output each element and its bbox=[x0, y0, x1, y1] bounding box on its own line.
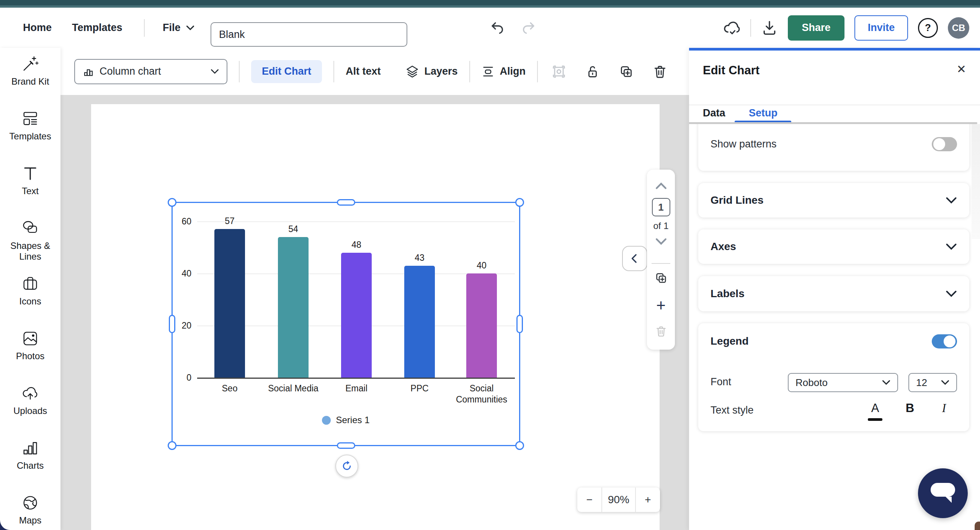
selection-frame bbox=[172, 202, 520, 446]
shapes-icon bbox=[21, 219, 39, 237]
cloud-saved-icon[interactable] bbox=[723, 19, 740, 37]
templates-icon bbox=[21, 110, 39, 128]
resize-handle-e[interactable] bbox=[516, 315, 523, 333]
zoom-in-button[interactable]: + bbox=[636, 487, 660, 512]
font-family-value: Roboto bbox=[795, 377, 828, 389]
legend-card: Legend Font Roboto 12 Text style A B bbox=[698, 323, 969, 431]
toolbar-divider bbox=[537, 61, 538, 82]
undo-button[interactable] bbox=[490, 20, 506, 36]
italic-style-button[interactable]: I bbox=[936, 401, 952, 415]
page-down-button[interactable] bbox=[647, 238, 675, 245]
font-size-select[interactable]: 12 bbox=[908, 373, 957, 392]
delete-page-button bbox=[647, 325, 675, 337]
chevron-left-icon bbox=[630, 254, 640, 263]
file-menu[interactable]: File bbox=[163, 8, 194, 48]
duplicate-page-icon bbox=[655, 272, 668, 285]
layers-button[interactable]: Layers bbox=[405, 65, 458, 79]
add-page-button[interactable]: + bbox=[647, 298, 675, 314]
panel-divider bbox=[689, 105, 980, 105]
sidebar-item-label: Templates bbox=[8, 131, 53, 142]
download-button[interactable] bbox=[761, 20, 778, 36]
canvas[interactable]: Series 1 020406057Seo54Social Media48Ema… bbox=[60, 95, 689, 530]
chevron-up-icon bbox=[655, 182, 667, 190]
axes-card[interactable]: Axes bbox=[698, 229, 969, 264]
trash-icon bbox=[655, 325, 667, 337]
lock-button[interactable] bbox=[585, 64, 600, 79]
avatar[interactable]: CB bbox=[948, 17, 969, 39]
underline-style-bar bbox=[868, 418, 882, 421]
document-title-input[interactable] bbox=[211, 22, 407, 47]
align-icon bbox=[482, 65, 495, 78]
tab-data[interactable]: Data bbox=[703, 107, 725, 119]
redo-button[interactable] bbox=[520, 20, 536, 36]
sidebar-item-label: Uploads bbox=[8, 406, 53, 416]
sidebar-item-charts[interactable]: Charts bbox=[0, 439, 60, 471]
chevron-down-icon bbox=[186, 25, 194, 31]
resize-handle-n[interactable] bbox=[337, 199, 355, 206]
show-patterns-card: Show patterns bbox=[698, 124, 969, 171]
duplicate-button[interactable] bbox=[619, 64, 634, 79]
bold-style-button[interactable]: B bbox=[902, 401, 918, 415]
sidebar-item-maps[interactable]: Maps bbox=[0, 494, 60, 526]
zoom-out-button[interactable]: − bbox=[577, 487, 601, 512]
help-button[interactable]: ? bbox=[918, 18, 938, 38]
sidebar-item-text[interactable]: Text bbox=[0, 164, 60, 196]
briefcase-icon bbox=[21, 275, 39, 293]
sidebar-item-uploads[interactable]: Uploads bbox=[0, 384, 60, 416]
grid-lines-card[interactable]: Grid Lines bbox=[698, 183, 969, 218]
sidebar-item-photos[interactable]: Photos bbox=[0, 329, 60, 362]
page-count: of 1 bbox=[647, 221, 675, 231]
sidebar-item-label: Text bbox=[8, 186, 53, 196]
header-divider bbox=[144, 19, 145, 37]
chart-type-select[interactable]: Column chart bbox=[74, 59, 227, 84]
frame-image-button bbox=[552, 64, 566, 79]
font-family-select[interactable]: Roboto bbox=[788, 373, 898, 392]
close-panel-button[interactable]: ✕ bbox=[954, 62, 969, 76]
align-button[interactable]: Align bbox=[482, 65, 526, 78]
show-patterns-toggle[interactable] bbox=[932, 137, 957, 151]
edit-chart-button[interactable]: Edit Chart bbox=[251, 60, 322, 83]
page-up-button[interactable] bbox=[647, 182, 675, 190]
context-toolbar: Column chart Edit Chart Alt text Layers … bbox=[60, 48, 689, 95]
delete-button[interactable] bbox=[653, 64, 667, 79]
page-number-box[interactable]: 1 bbox=[647, 198, 675, 216]
resize-handle-sw[interactable] bbox=[168, 441, 176, 450]
alt-text-button[interactable]: Alt text bbox=[346, 65, 381, 77]
header: Home Templates File Share Invite ? CB bbox=[0, 8, 980, 48]
sidebar-item-label: Shapes & Lines bbox=[8, 240, 53, 262]
align-label: Align bbox=[500, 65, 526, 77]
legend-toggle[interactable] bbox=[932, 334, 957, 348]
sidebar-item-shapes-lines[interactable]: Shapes & Lines bbox=[0, 219, 60, 262]
photos-icon bbox=[21, 329, 39, 348]
collapse-panel-button[interactable] bbox=[622, 246, 647, 271]
layers-icon bbox=[405, 65, 419, 79]
resize-handle-w[interactable] bbox=[169, 315, 175, 333]
sidebar-item-label: Maps bbox=[8, 515, 53, 526]
globe-icon bbox=[21, 494, 39, 512]
rotate-handle[interactable] bbox=[335, 455, 358, 478]
font-size-value: 12 bbox=[916, 377, 927, 389]
invite-button[interactable]: Invite bbox=[854, 15, 908, 41]
share-button[interactable]: Share bbox=[788, 15, 844, 41]
resize-handle-se[interactable] bbox=[515, 441, 524, 450]
resize-handle-nw[interactable] bbox=[168, 198, 176, 207]
chat-widget-button[interactable] bbox=[918, 468, 968, 518]
resize-handle-s[interactable] bbox=[337, 442, 355, 449]
sidebar-item-brand-kit[interactable]: Brand Kit bbox=[0, 55, 60, 87]
labels-card[interactable]: Labels bbox=[698, 276, 969, 311]
tab-setup[interactable]: Setup bbox=[749, 107, 777, 119]
nav-home[interactable]: Home bbox=[23, 22, 52, 34]
resize-handle-ne[interactable] bbox=[515, 198, 524, 207]
duplicate-page-button[interactable] bbox=[647, 272, 675, 285]
nav-templates[interactable]: Templates bbox=[72, 22, 122, 34]
current-page: 1 bbox=[652, 198, 670, 216]
panel-title: Edit Chart bbox=[703, 64, 760, 77]
zoom-control: − 90% + bbox=[577, 487, 660, 512]
panel-scrollbar-track[interactable] bbox=[972, 124, 980, 239]
underline-style-button[interactable]: A bbox=[867, 401, 884, 415]
sidebar-item-label: Photos bbox=[8, 351, 53, 362]
browser-top-strip bbox=[0, 0, 980, 8]
sidebar-item-templates[interactable]: Templates bbox=[0, 110, 60, 142]
sidebar-item-icons[interactable]: Icons bbox=[0, 275, 60, 307]
edit-chart-panel: Edit Chart ✕ Data Setup Show patterns Gr… bbox=[689, 48, 980, 530]
